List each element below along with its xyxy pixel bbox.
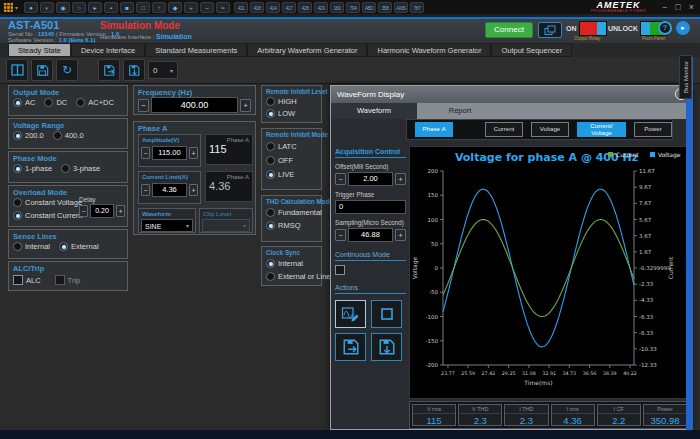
info-button[interactable]: ▸ — [676, 21, 690, 35]
amplitude-decrement-button[interactable]: − — [141, 147, 150, 159]
window-icon[interactable]: □ — [136, 2, 150, 13]
option-constant-current[interactable]: Constant Current — [13, 211, 79, 220]
save-settings-button[interactable] — [31, 59, 53, 81]
refresh-button[interactable]: ↻ — [56, 59, 78, 81]
preset-dropdown[interactable]: 0 ▾ — [148, 61, 178, 79]
upload-icon[interactable]: ↑ — [152, 2, 166, 13]
export-waveform-button[interactable] — [335, 333, 366, 361]
wave-icon[interactable]: ~ — [200, 2, 214, 13]
current-limit-value[interactable]: 4.36 — [152, 183, 187, 197]
popout-window-button[interactable] — [538, 22, 562, 38]
phase-button-phase-a[interactable]: Phase A — [415, 122, 453, 137]
tab-device-interface[interactable]: Device Interface — [71, 43, 145, 57]
contrast-icon[interactable]: ◐ — [40, 2, 54, 13]
minimize-button[interactable]: − — [662, 1, 667, 13]
waveform-dropdown[interactable]: SINE ▾ — [141, 219, 193, 232]
topbar-badge-794[interactable]: 794 — [346, 2, 360, 13]
option-ac-dc[interactable]: AC+DC — [76, 98, 114, 107]
topbar-badge-abd[interactable]: ABD — [362, 2, 376, 13]
topbar-badge-418[interactable]: 418 — [250, 2, 264, 13]
output-relay-toggle[interactable] — [579, 21, 607, 36]
phase-button-current-voltage[interactable]: Current/ Voltage — [577, 122, 626, 137]
option-1-phase[interactable]: 1-phase — [13, 164, 52, 173]
phase-button-voltage[interactable]: Voltage — [531, 122, 569, 137]
approx-icon[interactable]: ≈ — [216, 2, 230, 13]
close-button[interactable]: × — [689, 1, 694, 13]
tab-steady-state[interactable]: Steady State — [8, 43, 71, 57]
topbar-badge-428[interactable]: 428 — [298, 2, 312, 13]
topbar-badge-ams[interactable]: AMS — [394, 2, 408, 13]
app-grid-icon[interactable] — [3, 2, 13, 12]
phase-button-current[interactable]: Current — [485, 122, 523, 137]
delay-decrement-button[interactable]: − — [79, 205, 88, 217]
delay-value[interactable]: 0.20 — [90, 204, 114, 218]
export-settings-button[interactable] — [98, 59, 120, 81]
option-live[interactable]: LIVE — [266, 170, 318, 179]
option-internal[interactable]: Internal — [266, 259, 318, 268]
topbar-badge-160[interactable]: 160 — [330, 2, 344, 13]
sampling-increment-button[interactable]: + — [395, 229, 406, 241]
option-ac[interactable]: AC — [13, 98, 35, 107]
panel-icon[interactable]: ■ — [120, 2, 134, 13]
record-icon[interactable]: ◉ — [56, 2, 70, 13]
delay-increment-button[interactable]: + — [116, 205, 125, 217]
option-200-0[interactable]: 200.0 — [13, 131, 44, 140]
sampling-value[interactable]: 46.88 — [348, 228, 393, 242]
split-view-button[interactable] — [6, 59, 28, 81]
option-internal[interactable]: Internal — [13, 242, 50, 251]
amplitude-value[interactable]: 115.00 — [152, 146, 187, 160]
phase-button-power[interactable]: Power — [634, 122, 672, 137]
tab-standard-measurements[interactable]: Standard Measurements — [145, 43, 247, 57]
topbar-badge-411[interactable]: 411 — [234, 2, 248, 13]
tab-waveform[interactable]: Waveform — [331, 103, 417, 119]
connect-button[interactable]: Connect — [485, 22, 533, 38]
topbar-badge-429[interactable]: 429 — [314, 2, 328, 13]
topbar-badge-787[interactable]: 787 — [410, 2, 424, 13]
option-dc[interactable]: DC — [44, 98, 67, 107]
help-button[interactable]: ? — [658, 21, 672, 35]
topbar-badge-417[interactable]: 417 — [282, 2, 296, 13]
alc-checkbox[interactable]: ALC — [13, 275, 41, 285]
caret-down-icon[interactable]: ▾ — [15, 4, 18, 11]
option-400-0[interactable]: 400.0 — [53, 131, 84, 140]
save-waveform-button[interactable] — [371, 333, 402, 361]
target-icon[interactable]: ○ — [72, 2, 86, 13]
tab-harmonic-waveform-generator[interactable]: Harmonic Waveform Generator — [367, 43, 491, 57]
option-high[interactable]: HIGH — [266, 97, 318, 106]
topbar-badge-414[interactable]: 414 — [266, 2, 280, 13]
restore-button[interactable]: □ — [675, 1, 680, 13]
trigger-phase-input[interactable]: 0 — [335, 200, 406, 214]
acquire-waveform-button[interactable] — [335, 300, 366, 328]
continuous-mode-checkbox[interactable] — [335, 265, 345, 275]
stop-acquisition-button[interactable] — [371, 300, 402, 328]
circle-icon[interactable]: ● — [24, 2, 38, 13]
frequency-increment-button[interactable]: + — [240, 99, 251, 112]
option-external-or-line[interactable]: External or Line — [266, 272, 318, 281]
play-icon[interactable]: ▸ — [88, 2, 102, 13]
option-fundamental[interactable]: Fundamental — [266, 208, 318, 217]
tab-output-sequencer[interactable]: Output Sequencer — [491, 43, 572, 57]
stop-icon[interactable]: ▪ — [104, 2, 118, 13]
current-decrement-button[interactable]: − — [141, 184, 150, 196]
topbar-badge-358[interactable]: 358 — [378, 2, 392, 13]
plus-icon[interactable]: + — [184, 2, 198, 13]
offset-value[interactable]: 2.00 — [348, 172, 393, 186]
sampling-decrement-button[interactable]: − — [335, 229, 346, 241]
option-rmsq[interactable]: RMSQ — [266, 221, 318, 230]
frequency-decrement-button[interactable]: − — [138, 99, 149, 112]
offset-decrement-button[interactable]: − — [335, 173, 346, 185]
diamond-icon[interactable]: ◆ — [168, 2, 182, 13]
option-latc[interactable]: LATC — [266, 142, 318, 151]
tab-arbitrary-waveform-generator[interactable]: Arbitrary Waveform Generator — [247, 43, 367, 57]
frequency-value[interactable]: 400.00 — [151, 97, 238, 113]
option-off[interactable]: OFF — [266, 156, 318, 165]
offset-increment-button[interactable]: + — [395, 173, 406, 185]
current-increment-button[interactable]: + — [189, 184, 198, 196]
option-constant-voltage[interactable]: Constant Voltage — [13, 198, 79, 207]
option-3-phase[interactable]: 3-phase — [61, 164, 100, 173]
option-low[interactable]: LOW — [266, 109, 318, 118]
bus-monitor-tab[interactable]: Bus Monitor — [679, 55, 692, 99]
option-external[interactable]: External — [59, 242, 99, 251]
tab-report[interactable]: Report — [417, 103, 503, 119]
import-settings-button[interactable] — [123, 59, 145, 81]
